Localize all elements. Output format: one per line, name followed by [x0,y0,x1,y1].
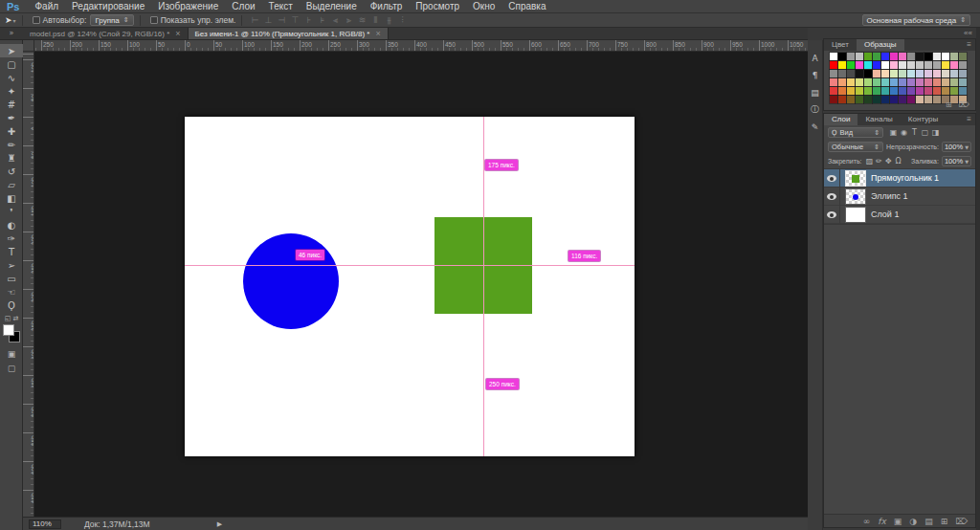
opacity-field[interactable]: 100% ▼ [942,142,971,152]
swatch[interactable] [933,96,941,103]
swatch[interactable] [847,96,855,103]
swatch[interactable] [864,61,872,69]
menu-item-10[interactable]: Справка [501,1,552,11]
swatch[interactable] [890,87,898,95]
align-icon-1[interactable]: ⊢ [248,13,261,27]
swatch[interactable] [933,53,941,60]
layer-effects-icon[interactable]: fx [878,517,886,526]
workspace-switcher-button[interactable]: Основная рабочая среда ⇕ [862,14,970,26]
fill-field[interactable]: 100% ▼ [942,156,971,166]
layer-mask-icon[interactable]: ▣ [894,517,902,526]
lasso-tool[interactable]: ∿ [0,71,23,84]
swatch[interactable] [838,87,846,95]
move-tool[interactable]: ➤ [0,44,23,57]
swatch[interactable] [856,61,863,69]
swatch[interactable] [924,70,932,77]
swatch[interactable] [959,61,967,69]
align-icon-5[interactable]: ⊦ [301,13,315,27]
layer-filter-icon-5[interactable]: ◨ [930,128,941,137]
swatch[interactable] [959,53,967,60]
info-panel-icon[interactable]: ⓘ [809,103,822,116]
swatch[interactable] [916,78,924,86]
lock-icon-4[interactable]: Ω [893,157,902,166]
swatch[interactable] [838,53,846,60]
swatch[interactable] [830,96,837,103]
swatch[interactable] [864,70,872,77]
pen-tool[interactable]: ✑ [0,232,23,245]
crop-tool[interactable]: # [0,98,23,111]
swatch[interactable] [856,70,863,77]
horizontal-guide[interactable] [185,265,635,266]
swatch[interactable] [890,96,898,103]
swatch[interactable] [907,61,915,69]
panel-menu-icon[interactable]: ≡ [967,39,971,51]
swatch[interactable] [881,61,889,69]
layer-row[interactable]: Слой 1 [824,206,975,224]
swatch[interactable] [881,78,889,86]
eraser-tool[interactable]: ▱ [0,178,23,191]
menu-item-4[interactable]: Слои [225,1,261,11]
layer-filter-icon-4[interactable]: ▢ [920,128,930,137]
swatch[interactable] [959,78,967,86]
ruler-origin-corner[interactable] [23,40,34,52]
horizontal-ruler[interactable]: 2502001501005005010015020025030035040045… [34,40,808,52]
swatch[interactable] [942,87,949,95]
swatch[interactable] [899,87,906,95]
tab-Контуры[interactable]: Контуры [901,114,946,125]
swatch[interactable] [881,96,889,103]
swatch[interactable] [830,70,837,77]
swatch[interactable] [907,87,915,95]
align-icon-6[interactable]: ⊧ [315,13,328,27]
layer-visibility-toggle[interactable] [824,188,840,206]
swatch[interactable] [856,78,863,86]
layer-filter-select[interactable]: Ϙ Вид ⇕ [828,127,883,138]
vertical-ruler[interactable]: 1005005010015020025030035040045050055060… [23,52,34,517]
tool-preset-arrow-icon[interactable]: ▾ [13,17,16,24]
adjustment-layer-icon[interactable]: ◑ [909,517,917,526]
layer-filter-icon-2[interactable]: ◉ [899,128,909,137]
layer-row[interactable]: Прямоугольник 1 [824,169,975,188]
swatch[interactable] [924,61,932,69]
swatch[interactable] [847,87,855,95]
swatch[interactable] [899,61,906,69]
collapse-panels-icon[interactable]: «« [964,29,972,37]
swatch[interactable] [924,53,932,60]
swatch[interactable] [890,78,898,86]
shape-tool[interactable]: ▭ [0,272,23,285]
swatch[interactable] [924,96,932,103]
swatch[interactable] [881,87,889,95]
menu-item-7[interactable]: Фильтр [364,1,410,11]
swatch[interactable] [916,53,924,60]
lock-icon-1[interactable]: ▨ [864,157,874,166]
character-panel-icon[interactable]: A [809,52,822,64]
type-tool[interactable]: T [0,245,23,258]
swatch[interactable] [830,78,837,86]
blend-mode-select[interactable]: Обычные ⇕ [828,142,883,152]
swatch[interactable] [899,70,906,77]
lock-icon-3[interactable]: ✥ [883,157,893,166]
swatch[interactable] [959,87,967,95]
swatch[interactable] [847,78,855,86]
layer-visibility-toggle[interactable] [824,206,840,224]
swatch[interactable] [890,70,898,77]
swatch[interactable] [907,70,915,77]
swatch[interactable] [933,87,941,95]
paragraph-panel-icon[interactable]: ¶ [809,69,822,81]
menu-item-8[interactable]: Просмотр [409,1,466,11]
close-tab-icon[interactable]: × [175,29,180,38]
swatch[interactable] [873,87,880,95]
swatch[interactable] [933,70,941,77]
swatch[interactable] [950,87,958,95]
swatch[interactable] [838,78,846,86]
align-icon-12[interactable]: ⫶ [395,13,409,27]
swatch[interactable] [942,61,949,69]
menu-item-6[interactable]: Выделение [300,1,364,11]
close-tab-icon[interactable]: × [375,29,380,38]
styles-panel-icon[interactable]: ▤ [809,86,822,99]
swatch[interactable] [873,53,880,60]
vertical-guide[interactable] [483,117,484,456]
healing-brush-tool[interactable]: ✚ [0,124,23,138]
menu-item-1[interactable]: Файл [28,1,65,11]
menu-item-2[interactable]: Редактирование [65,1,151,11]
autoselect-target-select[interactable]: Группа ⇕ [90,14,133,26]
